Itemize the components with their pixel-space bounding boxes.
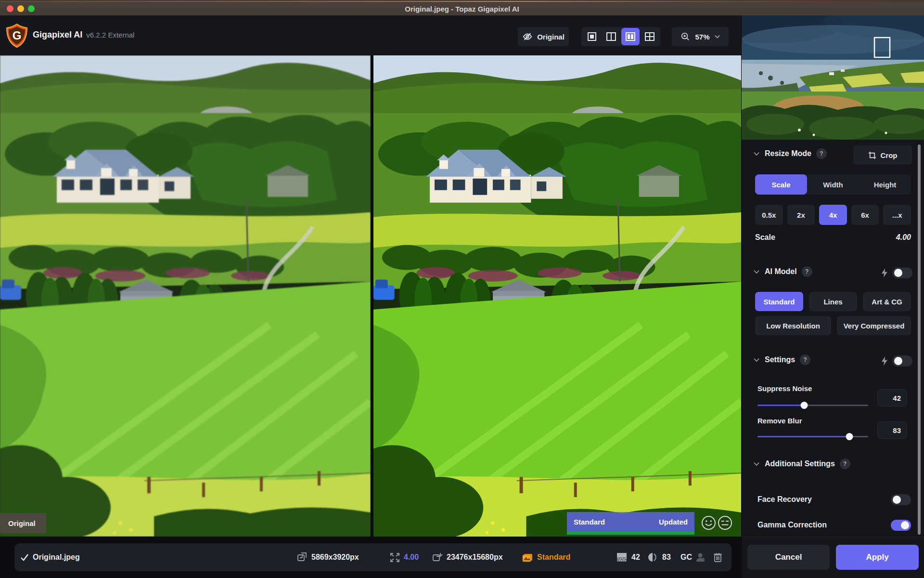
view-quad-button[interactable] — [641, 28, 659, 45]
feedback-positive-button[interactable] — [701, 515, 716, 530]
app-version: v6.2.2 External — [86, 31, 134, 39]
trash-icon — [713, 552, 722, 563]
model-very-compressed-button[interactable]: Very Compressed — [837, 316, 911, 335]
noise-value: 42 — [631, 553, 640, 562]
settings-help-icon[interactable]: ? — [800, 355, 810, 365]
remove-blur-value[interactable]: 83 — [877, 421, 907, 439]
model-art-cg-button[interactable]: Art & CG — [863, 292, 911, 311]
factor-4x-button[interactable]: 4x — [819, 205, 847, 225]
crop-icon — [868, 151, 876, 159]
ai-model-icon — [522, 552, 533, 563]
show-original-label: Original — [537, 33, 565, 41]
scale-value-row: Scale 4.00 — [755, 233, 911, 242]
tab-width[interactable]: Width — [807, 174, 859, 195]
model-name-value: Standard — [537, 553, 570, 562]
input-size-item: 5869x3920px — [297, 543, 359, 571]
ai-model-help-icon[interactable]: ? — [802, 266, 812, 277]
gamma-correction-toggle[interactable] — [891, 520, 911, 531]
sidebar-scrollbar[interactable] — [918, 144, 921, 535]
ai-model-auto-row — [881, 267, 912, 278]
app-name: Gigapixel AI — [33, 30, 82, 39]
tab-scale[interactable]: Scale — [755, 174, 807, 195]
face-recovery-item — [695, 543, 706, 571]
additional-settings-label: Additional Settings — [765, 460, 835, 468]
delete-item[interactable] — [713, 543, 722, 571]
settings-auto-toggle[interactable] — [892, 355, 912, 367]
remove-blur-slider-knob[interactable] — [846, 433, 853, 440]
resize-mode-label: Resize Mode — [765, 149, 811, 158]
image-viewer: Original Standard Updated — [0, 55, 741, 537]
compare-model-bar[interactable]: Standard Updated — [567, 512, 694, 531]
view-side-by-side-button[interactable] — [621, 28, 640, 45]
file-status-row[interactable]: Original.jpeg 5869x3920px 4.00 — [14, 543, 732, 571]
crop-label: Crop — [881, 151, 898, 159]
scale-value[interactable]: 4.00 — [896, 233, 911, 242]
settings-header[interactable]: Settings ? — [753, 355, 810, 365]
file-entry[interactable]: Original.jpeg — [20, 543, 80, 571]
settings-label: Settings — [765, 355, 795, 364]
resize-mode-tabs: Scale Width Height — [755, 174, 911, 195]
navigation-thumbnail[interactable] — [742, 15, 924, 140]
blur-value: 83 — [662, 553, 671, 562]
single-view-icon — [587, 31, 597, 42]
cancel-button[interactable]: Cancel — [747, 545, 830, 570]
lightning-icon — [881, 268, 888, 277]
check-icon — [20, 553, 29, 561]
suppress-noise-slider[interactable] — [757, 401, 868, 409]
chevron-down-icon — [753, 268, 760, 275]
output-size-item: 23476x15680px — [432, 543, 503, 571]
resize-mode-help-icon[interactable]: ? — [816, 148, 827, 159]
output-dimensions-icon — [432, 552, 443, 562]
remove-blur-slider[interactable] — [757, 433, 868, 440]
factor-0-5x-button[interactable]: 0.5x — [755, 205, 783, 225]
sidebar-footer: Cancel Apply — [742, 537, 924, 578]
show-original-button[interactable]: Original — [518, 27, 569, 46]
compare-model-name: Standard — [574, 518, 605, 526]
scale-factor-value: 4.00 — [404, 553, 419, 562]
zoom-control[interactable]: 57% — [672, 27, 729, 46]
filename: Original.jpeg — [33, 553, 80, 562]
chevron-down-icon — [753, 150, 760, 157]
factor-6x-button[interactable]: 6x — [851, 205, 879, 225]
expand-arrows-icon — [390, 552, 400, 563]
apply-button[interactable]: Apply — [836, 545, 919, 570]
model-standard-button[interactable]: Standard — [755, 292, 803, 311]
chevron-down-icon — [753, 356, 760, 363]
blur-icon — [648, 552, 658, 563]
preview-image-pane[interactable] — [373, 55, 741, 537]
additional-settings-help-icon[interactable]: ? — [840, 459, 850, 469]
factor-custom-button[interactable]: ...x — [883, 205, 911, 225]
suppress-noise-slider-knob[interactable] — [800, 402, 808, 409]
model-lines-button[interactable]: Lines — [809, 292, 857, 311]
settings-sidebar: Resize Mode ? Crop Scale Width Height 0.… — [741, 15, 924, 578]
eye-off-icon — [522, 31, 533, 42]
factor-2x-button[interactable]: 2x — [787, 205, 815, 225]
compare-status: Updated — [659, 518, 688, 526]
ai-model-auto-toggle[interactable] — [892, 267, 912, 278]
model-low-resolution-button[interactable]: Low Resolution — [755, 316, 831, 335]
suppress-noise-value[interactable]: 42 — [877, 389, 907, 407]
gamma-item: GC — [680, 543, 692, 571]
model-item: Standard — [522, 543, 570, 571]
person-icon — [695, 552, 706, 563]
scale-label: Scale — [755, 233, 775, 242]
resize-mode-header[interactable]: Resize Mode ? — [753, 148, 827, 159]
additional-settings-header[interactable]: Additional Settings ? — [753, 459, 850, 469]
crop-button[interactable]: Crop — [853, 145, 912, 165]
tab-height[interactable]: Height — [859, 174, 911, 195]
feedback-negative-button[interactable] — [718, 515, 732, 530]
face-recovery-toggle[interactable] — [891, 494, 911, 505]
titlebar[interactable]: Original.jpeg - Topaz Gigapixel AI — [0, 0, 924, 15]
view-single-button[interactable] — [583, 28, 601, 45]
gigapixel-logo-icon: G — [6, 23, 28, 48]
face-recovery-label: Face Recovery — [757, 495, 812, 504]
app-title: Gigapixel AIv6.2.2 External — [33, 30, 134, 40]
window-title: Original.jpeg - Topaz Gigapixel AI — [0, 1, 924, 16]
blur-item: 83 — [648, 543, 671, 571]
view-split-button[interactable] — [602, 28, 620, 45]
compare-progress-strip — [567, 531, 694, 535]
ai-model-header[interactable]: AI Model ? — [753, 266, 812, 277]
zoom-level-value: 57% — [695, 33, 709, 41]
input-dimensions-icon — [297, 552, 308, 562]
original-image-pane[interactable] — [0, 55, 371, 537]
